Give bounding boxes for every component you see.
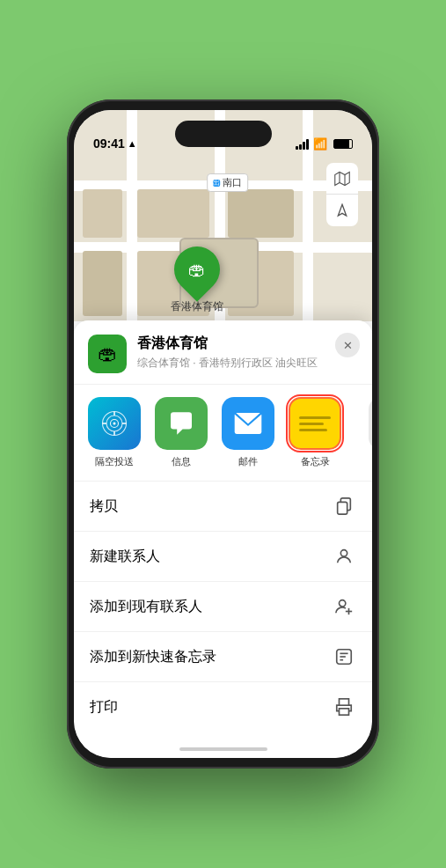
add-contact-label: 添加到现有联系人: [90, 598, 202, 616]
close-icon: ✕: [343, 339, 353, 352]
share-item-more[interactable]: 推: [355, 397, 372, 468]
dynamic-island: [175, 121, 272, 147]
status-time: 09:41 ▲: [93, 136, 137, 151]
location-icon: ▲: [128, 138, 137, 149]
share-actions-row: 隔空投送 信息: [74, 385, 372, 482]
new-contact-icon: [332, 544, 356, 569]
venue-header: 🏟 香港体育馆 综合体育馆 · 香港特别行政区 油尖旺区 ✕: [74, 320, 372, 385]
mail-label: 邮件: [238, 455, 258, 468]
svg-rect-22: [340, 699, 349, 705]
map-label: 出 南口: [207, 173, 248, 192]
print-icon: [332, 695, 356, 719]
copy-icon: [332, 494, 356, 519]
building-6: [228, 189, 294, 238]
share-item-notes[interactable]: 备忘录: [289, 397, 341, 468]
menu-item-new-contact[interactable]: 新建联系人: [74, 532, 372, 582]
notes-label: 备忘录: [301, 455, 330, 468]
map-controls: [326, 163, 358, 226]
share-item-messages[interactable]: 信息: [155, 397, 208, 468]
signal-bar-3: [303, 142, 305, 150]
share-item-mail[interactable]: 邮件: [222, 397, 274, 468]
battery-icon: [333, 139, 353, 149]
notes-line-3: [299, 429, 327, 431]
venue-marker[interactable]: 🏟 香港体育馆: [171, 246, 223, 314]
home-indicator: [179, 747, 267, 751]
building-2: [137, 189, 209, 238]
map-type-button[interactable]: [326, 163, 358, 195]
quick-note-label: 添加到新快速备忘录: [90, 648, 216, 666]
marker-pin: 🏟: [165, 237, 230, 302]
add-contact-icon: [332, 594, 356, 619]
building-1: [83, 189, 122, 238]
airdrop-icon: [88, 397, 141, 450]
svg-rect-13: [338, 502, 347, 514]
new-contact-label: 新建联系人: [90, 548, 160, 566]
marker-inner: 🏟: [188, 260, 206, 280]
time-display: 09:41: [93, 136, 125, 151]
venue-icon: 🏟: [88, 335, 127, 373]
wifi-icon: 📶: [313, 137, 327, 151]
venue-description: 综合体育馆 · 香港特别行政区 油尖旺区: [137, 356, 358, 371]
more-icon-wrapper: [369, 397, 372, 450]
svg-point-6: [113, 423, 116, 425]
phone-screen: 09:41 ▲ 📶: [74, 110, 372, 758]
close-button[interactable]: ✕: [335, 333, 360, 357]
signal-bar-1: [296, 146, 298, 150]
map-label-text: 南口: [223, 176, 242, 189]
notes-lines: [292, 409, 338, 438]
notes-icon-wrapper: [289, 397, 341, 450]
copy-label: 拷贝: [90, 497, 118, 516]
menu-item-add-contact[interactable]: 添加到现有联系人: [74, 582, 372, 632]
location-button[interactable]: [326, 195, 358, 226]
notes-line-1: [299, 416, 331, 419]
venue-emoji: 🏟: [98, 342, 117, 365]
signal-bar-2: [299, 144, 302, 150]
quick-note-icon: [332, 644, 356, 669]
more-icon: [369, 397, 372, 450]
signal-bars: [296, 139, 309, 150]
svg-marker-0: [335, 172, 350, 185]
notes-line-2: [299, 423, 324, 425]
svg-rect-23: [340, 709, 349, 715]
svg-point-15: [340, 600, 346, 607]
signal-bar-4: [306, 139, 309, 150]
messages-icon: [155, 397, 208, 450]
airdrop-label: 隔空投送: [95, 455, 134, 468]
menu-item-quick-note[interactable]: 添加到新快速备忘录: [74, 632, 372, 682]
notes-icon: [289, 397, 341, 450]
phone-frame: 09:41 ▲ 📶: [67, 99, 379, 769]
status-icons: 📶: [296, 137, 353, 151]
print-label: 打印: [90, 698, 118, 717]
venue-name: 香港体育馆: [137, 335, 358, 353]
svg-point-14: [340, 550, 347, 556]
bottom-sheet: 🏟 香港体育馆 综合体育馆 · 香港特别行政区 油尖旺区 ✕: [74, 320, 372, 758]
share-item-airdrop[interactable]: 隔空投送: [88, 397, 141, 468]
menu-list: 拷贝 新建联系人: [74, 482, 372, 758]
menu-item-copy[interactable]: 拷贝: [74, 482, 372, 532]
messages-label: 信息: [172, 455, 191, 468]
map-label-dot: 出: [213, 180, 220, 187]
menu-item-print[interactable]: 打印: [74, 682, 372, 732]
building-3: [83, 251, 122, 316]
venue-info: 香港体育馆 综合体育馆 · 香港特别行政区 油尖旺区: [137, 335, 358, 371]
mail-icon: [222, 397, 274, 450]
